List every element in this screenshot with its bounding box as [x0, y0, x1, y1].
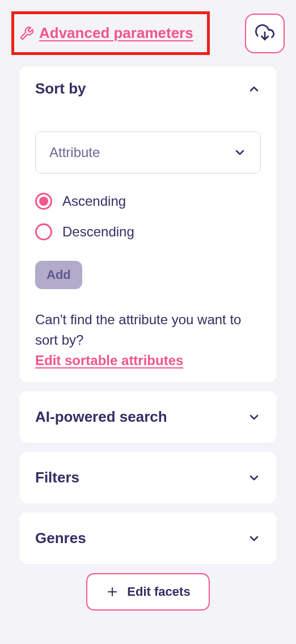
wrench-icon — [19, 26, 35, 41]
genres-card[interactable]: Genres — [19, 512, 277, 564]
sort-by-header[interactable]: Sort by — [35, 80, 261, 98]
attribute-select-label: Attribute — [49, 145, 100, 160]
plus-icon — [105, 585, 119, 599]
attribute-select[interactable]: Attribute — [35, 132, 261, 173]
chevron-down-icon — [247, 410, 261, 424]
sort-direction-group: Ascending Descending — [35, 193, 261, 240]
sort-by-card: Sort by Attribute Ascending Descending A… — [19, 66, 277, 382]
add-button[interactable]: Add — [35, 261, 82, 289]
sort-help-text: Can't find the attribute you want to sor… — [35, 310, 261, 350]
edit-sortable-attributes-link[interactable]: Edit sortable attributes — [35, 353, 183, 368]
ai-powered-search-card[interactable]: AI-powered search — [19, 391, 277, 443]
header-row: Advanced parameters — [0, 0, 296, 66]
ai-powered-search-title: AI-powered search — [35, 408, 167, 426]
chevron-down-icon — [247, 532, 261, 545]
advanced-parameters-link[interactable]: Advanced parameters — [39, 24, 193, 42]
edit-facets-label: Edit facets — [127, 584, 190, 599]
chevron-down-icon — [233, 146, 247, 159]
radio-descending[interactable]: Descending — [35, 223, 261, 240]
genres-title: Genres — [35, 529, 86, 547]
radio-icon-selected — [35, 193, 52, 210]
radio-icon-unselected — [35, 223, 52, 240]
edit-facets-button[interactable]: Edit facets — [86, 573, 209, 611]
radio-ascending-label: Ascending — [62, 193, 126, 209]
filters-title: Filters — [35, 469, 79, 486]
chevron-down-icon — [247, 471, 261, 485]
chevron-up-icon — [247, 82, 261, 96]
sort-by-title: Sort by — [35, 80, 86, 98]
radio-descending-label: Descending — [62, 224, 134, 240]
advanced-parameters-box: Advanced parameters — [11, 11, 210, 55]
filters-card[interactable]: Filters — [19, 452, 277, 503]
export-button[interactable] — [245, 14, 285, 53]
radio-ascending[interactable]: Ascending — [35, 193, 261, 210]
cloud-download-icon — [255, 23, 274, 44]
